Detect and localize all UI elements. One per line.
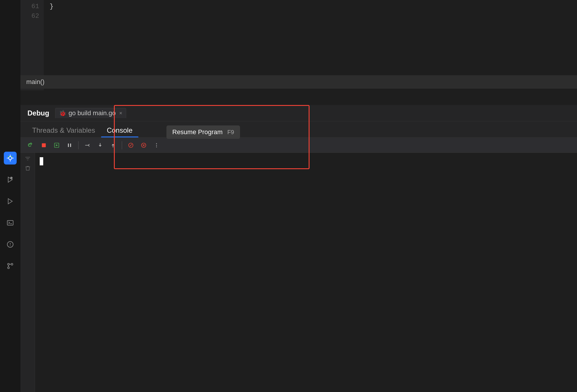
debug-title: Debug xyxy=(27,109,49,117)
svg-point-8 xyxy=(8,267,9,269)
tooltip-shortcut: F9 xyxy=(227,129,234,136)
debug-tab-label: go build main.go xyxy=(69,109,116,117)
console-left-bar xyxy=(20,153,35,392)
more-options-button[interactable] xyxy=(151,140,162,150)
sidebar-icon-debugger[interactable] xyxy=(4,152,17,164)
line-number-62: 62 xyxy=(32,13,39,20)
svg-point-1 xyxy=(8,156,9,157)
toolbar-divider-1 xyxy=(78,141,79,149)
svg-marker-13 xyxy=(56,144,58,146)
debug-panel: Debug 🐞 go build main.go × Threads & Var… xyxy=(20,105,577,392)
tab-console-label: Console xyxy=(107,126,133,134)
sidebar-icon-run[interactable] xyxy=(4,195,17,208)
pause-button[interactable] xyxy=(64,140,75,150)
svg-point-9 xyxy=(11,263,13,265)
resume-program-button[interactable] xyxy=(51,140,62,150)
trash-icon[interactable] xyxy=(25,165,31,173)
step-out-button[interactable] xyxy=(107,140,119,150)
mute-breakpoints-button[interactable] xyxy=(125,140,137,150)
svg-marker-5 xyxy=(8,199,12,204)
line-number-61: 61 xyxy=(32,3,39,10)
svg-point-2 xyxy=(11,156,12,157)
svg-point-18 xyxy=(156,143,157,144)
svg-point-20 xyxy=(156,146,157,147)
step-over-button[interactable] xyxy=(81,140,93,150)
sort-icon[interactable] xyxy=(25,156,31,163)
tab-console[interactable]: Console xyxy=(101,124,138,137)
sidebar-icon-problems[interactable] xyxy=(4,238,17,251)
console-cursor xyxy=(40,157,43,165)
debug-tab-icon: 🐞 xyxy=(59,110,66,117)
tab-threads-variables-label: Threads & Variables xyxy=(32,126,95,134)
svg-rect-6 xyxy=(7,220,13,225)
step-into-button[interactable] xyxy=(94,140,106,150)
svg-rect-14 xyxy=(68,144,69,147)
svg-point-19 xyxy=(156,145,157,146)
tab-threads-variables[interactable]: Threads & Variables xyxy=(26,124,101,137)
stop-button[interactable] xyxy=(38,140,50,150)
clear-all-button[interactable] xyxy=(138,140,150,150)
svg-point-0 xyxy=(9,157,12,160)
sidebar-icon-run-with-coverage[interactable] xyxy=(4,173,17,186)
rerun-button[interactable] xyxy=(25,140,37,150)
svg-rect-15 xyxy=(70,144,71,147)
toolbar xyxy=(20,138,577,153)
toolbar-divider-2 xyxy=(122,141,122,149)
resume-program-tooltip: Resume Program F9 xyxy=(166,125,240,139)
sidebar-icon-git[interactable] xyxy=(4,260,17,272)
stack-frame-bar: main() xyxy=(20,75,577,89)
left-sidebar xyxy=(0,0,20,392)
code-brace: } xyxy=(50,3,53,10)
sidebar-icon-terminal[interactable] xyxy=(4,216,17,229)
debug-tab[interactable]: 🐞 go build main.go × xyxy=(55,108,126,118)
tabs-bar: Threads & Variables Console xyxy=(20,121,577,138)
debug-header: Debug 🐞 go build main.go × xyxy=(20,105,577,121)
console-content-area xyxy=(20,153,577,392)
tooltip-label: Resume Program xyxy=(172,128,223,136)
svg-rect-11 xyxy=(42,143,46,147)
debug-tab-close[interactable]: × xyxy=(119,110,122,116)
stack-frame-label: main() xyxy=(26,78,44,86)
svg-point-4 xyxy=(10,177,13,179)
svg-point-10 xyxy=(8,263,9,265)
